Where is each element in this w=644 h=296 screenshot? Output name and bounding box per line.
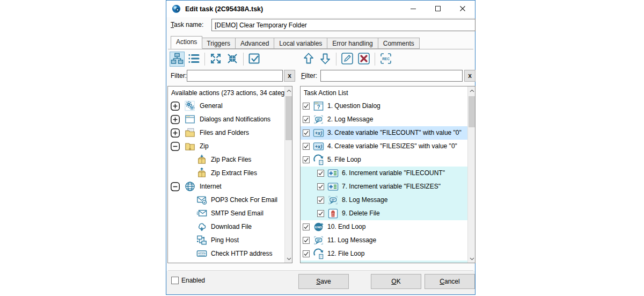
action-checkbox[interactable] xyxy=(317,183,324,190)
task-name-input[interactable] xyxy=(211,19,475,31)
collapse-expander-icon[interactable] xyxy=(171,182,180,191)
task-action-row[interactable]: 8. Log Message xyxy=(301,193,467,207)
question-dialog-icon: ? xyxy=(313,100,324,112)
action-checkbox[interactable] xyxy=(303,129,310,136)
task-action-row[interactable]: 2. Log Message xyxy=(301,113,467,126)
tree-action-row[interactable]: POP3 Check For Email xyxy=(168,193,284,207)
scrollbar-left[interactable] xyxy=(284,86,292,263)
record-button[interactable]: REC xyxy=(378,52,393,67)
task-action-row[interactable]: 7. Increment variable "FILESIZES" xyxy=(301,180,467,193)
task-action-row[interactable] xyxy=(301,261,467,263)
maximize-button[interactable] xyxy=(426,1,450,17)
task-action-row[interactable]: +x)3. Create variable "FILECOUNT" with v… xyxy=(301,126,467,140)
scroll-thumb[interactable] xyxy=(286,96,292,140)
scrollbar-right[interactable] xyxy=(467,86,475,263)
tree-action-row[interactable]: Zip Extract Files xyxy=(168,167,284,180)
maximize-icon xyxy=(435,4,441,14)
cloud-download-icon xyxy=(196,221,207,232)
svg-text:REC: REC xyxy=(382,56,390,60)
window-title: Edit task (2C95438A.tsk) xyxy=(185,5,263,13)
action-checkbox[interactable] xyxy=(303,156,310,163)
collapse-expander-icon[interactable] xyxy=(171,142,180,151)
gears-icon xyxy=(185,100,195,111)
expand-expander-icon[interactable] xyxy=(171,128,180,138)
minimize-icon xyxy=(410,4,416,14)
tab-local-variables[interactable]: Local variables xyxy=(274,38,327,49)
svg-text:+x): +x) xyxy=(315,144,322,149)
tree-action-row[interactable] xyxy=(168,261,284,263)
delete-x-icon xyxy=(357,52,370,67)
expand-all-button[interactable] xyxy=(208,52,223,67)
edit-task-dialog: Edit task (2C95438A.tsk) Task name: Acti… xyxy=(166,0,475,295)
tree-category-row[interactable]: Zip xyxy=(168,140,284,153)
task-name-row: Task name: xyxy=(166,18,475,33)
task-action-row[interactable]: 9. Delete File xyxy=(301,207,467,220)
task-action-row[interactable]: 6. Increment variable "FILECOUNT" xyxy=(301,167,467,180)
expand-expander-icon[interactable] xyxy=(171,102,180,111)
scroll-up-button[interactable] xyxy=(468,86,475,95)
tab-error-handling[interactable]: Error handling xyxy=(327,38,378,49)
tree-action-row[interactable]: SMTP Send Email xyxy=(168,207,284,220)
filter-input-right[interactable] xyxy=(320,70,463,82)
tree-action-row[interactable]: Zip Pack Files xyxy=(168,153,284,167)
save-button[interactable]: Save xyxy=(298,274,349,289)
minimize-button[interactable] xyxy=(401,1,426,17)
filter-clear-button-right[interactable]: x xyxy=(464,70,475,82)
task-action-row[interactable]: 12. File Loop xyxy=(301,247,467,261)
task-action-row[interactable]: +x)4. Create variable "FILESIZES" with v… xyxy=(301,140,467,153)
collapse-all-button[interactable] xyxy=(225,52,240,67)
tree-category-row[interactable]: General xyxy=(168,99,284,113)
edit-action-button[interactable] xyxy=(340,52,355,67)
cancel-button[interactable]: Cancel xyxy=(425,274,475,289)
action-checkbox[interactable] xyxy=(317,210,324,217)
view-list-button[interactable] xyxy=(186,52,201,67)
action-checkbox[interactable] xyxy=(303,116,310,123)
action-checkbox[interactable] xyxy=(303,223,310,230)
scroll-thumb[interactable] xyxy=(469,96,475,127)
tree-category-row[interactable]: Files and Folders xyxy=(168,126,284,140)
task-action-row[interactable]: ?1. Question Dialog xyxy=(301,99,467,113)
task-action-label: 11. Log Message xyxy=(327,234,376,247)
task-action-label: 4. Create variable "FILESIZES" with valu… xyxy=(327,140,457,153)
filter-input-left[interactable] xyxy=(187,70,283,82)
scroll-down-button[interactable] xyxy=(285,255,292,263)
action-checkbox[interactable] xyxy=(303,250,310,257)
filter-clear-button-left[interactable]: x xyxy=(284,70,295,82)
tree-action-row[interactable]: HTTPSCheck HTTP address xyxy=(168,247,284,261)
tree-action-row[interactable]: Ping Host xyxy=(168,234,284,247)
network-icon xyxy=(196,235,207,246)
tree-item-label: Zip xyxy=(200,140,209,153)
action-checkbox[interactable] xyxy=(303,103,310,110)
actions-toolbar-left xyxy=(170,51,264,67)
enabled-checkbox[interactable] xyxy=(171,277,179,284)
available-actions-header: Available actions (273 actions, 34 categ… xyxy=(168,86,284,99)
task-action-row[interactable]: END10. End Loop xyxy=(301,220,467,234)
scroll-up-button[interactable] xyxy=(285,86,292,95)
task-action-row[interactable]: 5. File Loop xyxy=(301,153,467,167)
move-down-button[interactable] xyxy=(318,52,333,67)
move-up-button[interactable] xyxy=(301,52,316,67)
tab-comments[interactable]: Comments xyxy=(378,38,420,49)
tree-item-label: Dialogs and Notifications xyxy=(200,113,270,126)
select-actions-button[interactable] xyxy=(247,52,262,67)
tab-advanced[interactable]: Advanced xyxy=(236,38,274,49)
scroll-down-button[interactable] xyxy=(468,255,475,263)
action-checkbox[interactable] xyxy=(303,143,310,150)
tree-action-row[interactable]: Download File xyxy=(168,220,284,234)
delete-file-icon xyxy=(327,208,339,219)
list-view-icon xyxy=(187,52,200,67)
tree-item-label: POP3 Check For Email xyxy=(211,193,277,207)
tab-triggers[interactable]: Triggers xyxy=(202,38,236,49)
close-button[interactable] xyxy=(450,1,475,17)
ok-button[interactable]: OK xyxy=(371,274,421,289)
tree-category-row[interactable]: Internet xyxy=(168,180,284,193)
action-checkbox[interactable] xyxy=(317,170,324,177)
delete-action-button[interactable] xyxy=(356,52,371,67)
expand-expander-icon[interactable] xyxy=(171,115,180,124)
task-action-row[interactable]: 11. Log Message xyxy=(301,234,467,247)
tree-category-row[interactable]: Dialogs and Notifications xyxy=(168,113,284,126)
tab-actions[interactable]: Actions xyxy=(171,36,202,49)
view-tree-button[interactable] xyxy=(170,52,185,67)
action-checkbox[interactable] xyxy=(317,197,324,204)
action-checkbox[interactable] xyxy=(303,237,310,244)
